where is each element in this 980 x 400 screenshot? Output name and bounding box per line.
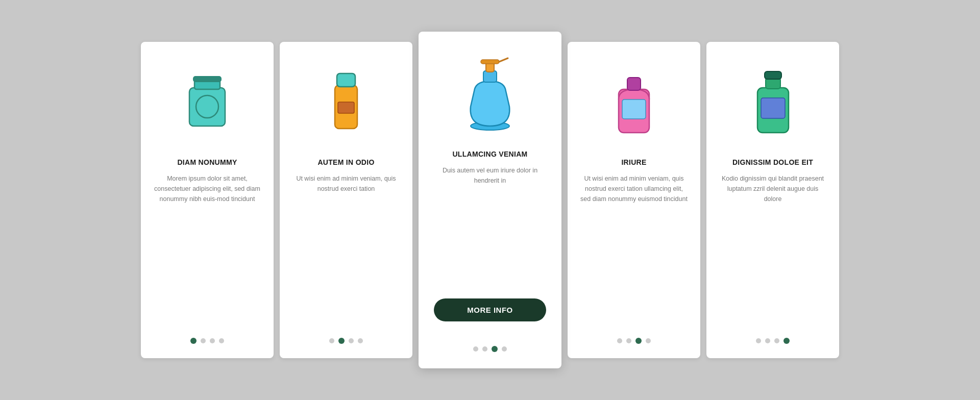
card-1-desc: Morem ipsum dolor sit amet, consectetuer… [153,173,261,328]
dot-active [492,346,498,352]
card-1: DIAM NONUMMY Morem ipsum dolor sit amet,… [141,42,274,358]
card-5-title: DIGNISSIM DOLOE EIT [732,158,813,166]
card-2-title: AUTEM IN ODIO [317,158,374,166]
svg-rect-8 [483,71,497,82]
more-info-button[interactable]: MORE INFO [434,298,546,321]
card-4: IRIURE Ut wisi enim ad minim veniam, qui… [568,42,700,358]
card-1-icon [177,62,238,144]
card-2: AUTEM IN ODIO Ut wisi enim ad minim veni… [280,42,412,358]
svg-rect-16 [765,71,781,79]
svg-rect-2 [193,76,222,82]
dot-active [338,338,345,344]
card-2-desc: Ut wisi enim ad minim veniam, quis nostr… [292,173,400,328]
dot [210,338,215,343]
card-4-desc: Ut wisi enim ad minim veniam, quis nostr… [580,173,688,328]
dot [473,346,478,352]
dot-active [783,338,790,344]
dot-active [190,338,197,344]
dot [201,338,206,343]
dot [482,346,487,352]
card-5: DIGNISSIM DOLOE EIT Kodio dignissim qui … [706,42,839,358]
dot [617,338,622,343]
card-4-icon [603,62,665,144]
svg-rect-17 [761,98,785,118]
svg-rect-13 [622,99,646,119]
card-5-desc: Kodio dignissim qui blandit praesent lup… [719,173,827,328]
dot-active [635,338,642,344]
dot [349,338,354,343]
card-3-title: ULLAMCING VENIAM [452,150,527,158]
card-3-icon [459,54,521,136]
card-5-icon [742,62,803,144]
card-4-dots [617,338,651,344]
card-5-dots [756,338,790,344]
card-3-dots [473,346,507,352]
svg-rect-0 [189,88,225,126]
card-4-title: IRIURE [621,158,646,166]
dot [756,338,761,343]
dot [774,338,779,343]
dot [765,338,770,343]
card-2-icon [315,62,377,144]
svg-rect-5 [337,73,355,87]
card-1-dots [190,338,224,344]
dot [358,338,363,343]
card-1-title: DIAM NONUMMY [177,158,237,166]
card-3-desc: Duis autem vel eum iriure dolor in hendr… [433,165,547,287]
cards-container: DIAM NONUMMY Morem ipsum dolor sit amet,… [0,11,980,389]
dot [646,338,651,343]
dot [219,338,224,343]
dot [626,338,631,343]
dot [502,346,507,352]
dot [329,338,334,343]
svg-rect-10 [481,60,499,64]
svg-rect-6 [338,102,354,113]
card-3: ULLAMCING VENIAM Duis autem vel eum iriu… [419,32,561,368]
card-2-dots [329,338,363,344]
svg-rect-12 [627,78,641,90]
